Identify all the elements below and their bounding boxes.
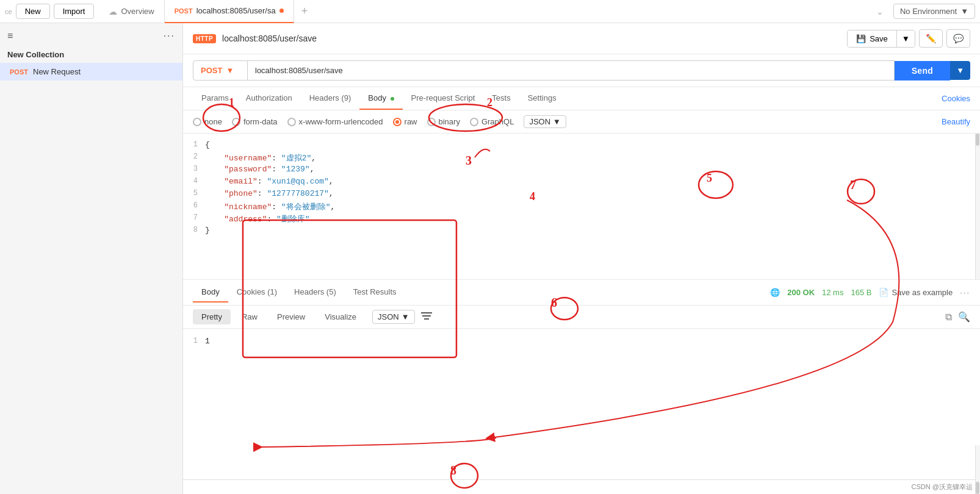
svg-rect-1 (422, 315, 431, 317)
top-bar: ce New Import ☁ Overview POST localhost:… (0, 0, 980, 23)
radio-urlencoded-circle (287, 118, 296, 126)
tab-settings[interactable]: Settings (519, 87, 565, 110)
globe-icon: 🌐 (770, 288, 780, 297)
tab-params[interactable]: Params (193, 87, 237, 110)
http-badge: HTTP (193, 34, 216, 43)
tabs-area: ☁ Overview POST localhost:8085/user/sa +… (99, 0, 888, 23)
radio-none-label: none (204, 117, 222, 126)
copy-icon[interactable]: ⧉ (945, 312, 952, 323)
json-format-label: JSON (529, 117, 550, 126)
val-phone: "12777780217" (267, 189, 328, 198)
resp-line-num-1: 1 (183, 337, 205, 345)
content-wrapper: HTTP localhost:8085/user/save 💾 Save ▼ ✏… (183, 23, 980, 494)
resp-line-content-1: 1 (205, 337, 210, 346)
json-format-chevron: ▼ (553, 117, 561, 126)
line-num-5: 5 (183, 189, 205, 198)
tab-request-label: localhost:8085/user/sa (196, 6, 276, 15)
resp-tab-cookies[interactable]: Cookies (1) (228, 282, 286, 302)
line-num-8: 8 (183, 226, 205, 234)
radio-raw-label: raw (405, 117, 417, 126)
radio-binary[interactable]: binary (427, 117, 460, 126)
resp-subtab-raw[interactable]: Raw (233, 309, 266, 324)
line-content-8: } (205, 226, 980, 235)
tab-request[interactable]: POST localhost:8085/user/sa (165, 0, 294, 23)
val-email: "xuni@qq.com" (267, 177, 328, 186)
code-editor[interactable]: 1 { 2 "username": "虚拟2", 3 "password": "… (183, 134, 980, 280)
chevron-area: ⌄ (876, 7, 884, 16)
status-size: 165 B (851, 288, 871, 297)
edit-button[interactable]: ✏️ (919, 29, 943, 48)
radio-urlencoded[interactable]: x-www-form-urlencoded (287, 117, 383, 126)
editor-scrollbar-thumb[interactable] (976, 134, 979, 146)
search-icon[interactable]: 🔍 (958, 311, 970, 323)
tab-body[interactable]: Body (359, 87, 402, 110)
app-logo: ce (5, 8, 12, 15)
env-chevron-icon: ▼ (960, 7, 968, 16)
save-as-example-button[interactable]: 📄 Save as example (879, 288, 953, 297)
method-select[interactable]: POST ▼ (193, 60, 248, 81)
beautify-button[interactable]: Beautify (942, 117, 970, 126)
tab-tests[interactable]: Tests (483, 87, 519, 110)
code-line-3: 3 "password": "1239", (183, 164, 980, 176)
body-options: none form-data x-www-form-urlencoded raw… (183, 110, 980, 134)
radio-graphql-circle (470, 118, 478, 126)
method-label: POST (201, 66, 222, 75)
radio-graphql[interactable]: GraphQL (470, 117, 514, 126)
tab-headers[interactable]: Headers (9) (301, 87, 360, 110)
resp-filter-button[interactable] (421, 312, 432, 322)
line-content-7: "address": "删除库" (205, 213, 980, 224)
chat-button[interactable]: 💬 (946, 29, 970, 48)
import-button[interactable]: Import (54, 4, 95, 19)
resp-json-chevron: ▼ (402, 312, 409, 321)
status-ok: 200 OK (787, 288, 815, 297)
send-dropdown-button[interactable]: ▼ (950, 61, 970, 80)
status-time: 12 ms (822, 288, 843, 297)
url-actions: 💾 Save ▼ ✏️ 💬 (847, 29, 970, 48)
resp-json-select[interactable]: JSON ▼ (372, 310, 415, 324)
key-nickname: "nickname" (224, 202, 272, 212)
sidebar-item-label: New Request (33, 67, 81, 76)
tab-request-method: POST (175, 7, 193, 15)
env-select[interactable]: No Environment ▼ (893, 4, 975, 19)
resp-subtab-visualize[interactable]: Visualize (316, 309, 365, 324)
resp-json-label: JSON (378, 312, 399, 321)
key-password: "password" (224, 165, 272, 174)
radio-form-data[interactable]: form-data (232, 117, 278, 126)
line-content-2: "username": "虚拟2", (205, 152, 980, 163)
tab-authorization[interactable]: Authorization (237, 87, 301, 110)
save-dropdown-icon: ▼ (902, 34, 910, 43)
chevron-down-icon[interactable]: ⌄ (876, 7, 884, 16)
tab-modified-dot (279, 9, 284, 13)
resp-icons-area: ⧉ 🔍 (945, 311, 970, 323)
tab-overview[interactable]: ☁ Overview (99, 0, 164, 23)
resp-tab-body[interactable]: Body (193, 282, 228, 302)
line-content-1: { (205, 140, 980, 149)
filter-icon[interactable]: ≡ (7, 30, 13, 41)
resp-subtab-pretty[interactable]: Pretty (193, 309, 231, 324)
resp-more-icon[interactable]: ··· (960, 288, 970, 297)
editor-scrollbar-track (975, 134, 980, 279)
new-button[interactable]: New (16, 4, 50, 19)
save-dropdown-button[interactable]: ▼ (896, 30, 915, 47)
line-content-3: "password": "1239", (205, 165, 980, 174)
sidebar-item-new-request[interactable]: POST New Request (0, 63, 182, 81)
val-username: "虚拟2" (281, 154, 311, 163)
radio-raw[interactable]: raw (393, 117, 417, 126)
sidebar-more-icon[interactable]: ··· (164, 30, 175, 41)
cookies-link[interactable]: Cookies (942, 94, 970, 103)
resp-subtab-preview[interactable]: Preview (268, 309, 314, 324)
resp-tab-headers[interactable]: Headers (5) (286, 282, 345, 302)
json-format-select[interactable]: JSON ▼ (524, 115, 566, 128)
radio-none[interactable]: none (193, 117, 222, 126)
url-input[interactable] (248, 60, 895, 81)
resp-tab-test-results[interactable]: Test Results (345, 282, 405, 302)
add-tab-button[interactable]: + (294, 5, 315, 18)
save-button[interactable]: 💾 Save (848, 30, 896, 47)
svg-rect-0 (421, 312, 432, 313)
send-button[interactable]: Send (895, 61, 950, 81)
radio-graphql-label: GraphQL (481, 117, 514, 126)
sidebar-item-method: POST (10, 68, 29, 76)
svg-rect-2 (424, 318, 429, 320)
tab-overview-label: Overview (121, 7, 154, 16)
tab-pre-request[interactable]: Pre-request Script (403, 87, 484, 110)
